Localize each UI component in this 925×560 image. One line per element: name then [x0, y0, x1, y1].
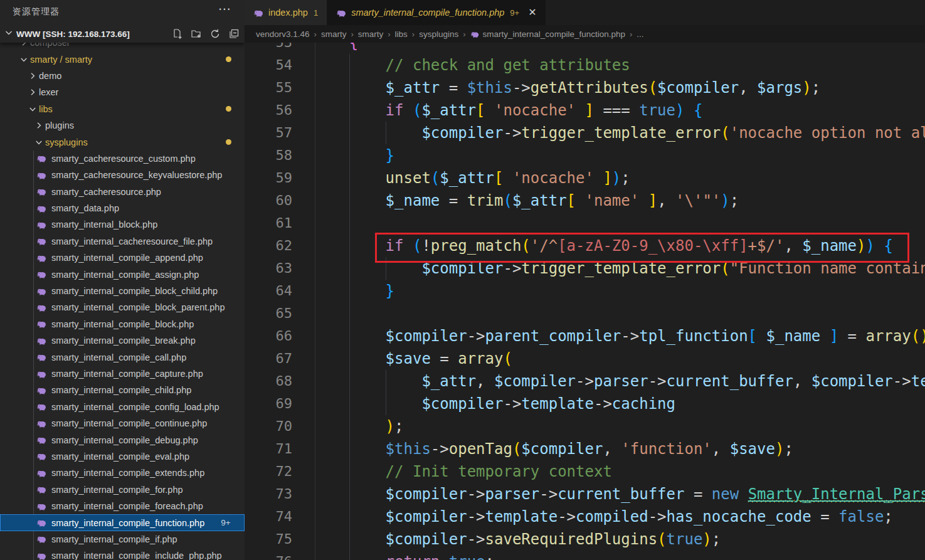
refresh-icon[interactable] [209, 28, 221, 40]
breadcrumb-item[interactable]: smarty [358, 29, 384, 39]
line-number[interactable]: 64 [245, 280, 292, 302]
code-line-59[interactable]: 59 unset($_attr[ 'nocache' ]); [245, 167, 925, 189]
tree-file-smarty-internal-compile-function-php[interactable]: smarty_internal_compile_function.php9+ [0, 514, 245, 531]
tree-file-smarty-cacheresource-custom-php[interactable]: smarty_cacheresource_custom.php [0, 151, 245, 167]
line-number[interactable]: 72 [245, 460, 292, 483]
code-line-69[interactable]: 69 $compiler->template->caching [245, 393, 925, 415]
tree-file-smarty-internal-compile-call-php[interactable]: smarty_internal_compile_call.php [0, 349, 245, 365]
line-number[interactable]: 70 [245, 415, 292, 438]
line-number[interactable]: 74 [245, 505, 292, 528]
code-line-55[interactable]: 55 $_attr = $this->getAttributes($compil… [245, 77, 925, 99]
breadcrumb-item[interactable]: vendorv3.1.46 [256, 29, 310, 39]
code-line-58[interactable]: 58 } [245, 144, 925, 167]
code-line-72[interactable]: 72 // Init temporary context [245, 460, 925, 483]
line-number[interactable]: 56 [245, 99, 292, 122]
line-number[interactable]: 55 [245, 77, 292, 99]
line-number[interactable]: 71 [245, 438, 292, 460]
code-line-64[interactable]: 64 } [245, 280, 925, 302]
code-line-68[interactable]: 68 $_attr, $compiler->parser->current_bu… [245, 370, 925, 393]
tree-file-smarty-cacheresource-php[interactable]: smarty_cacheresource.php [0, 184, 245, 200]
line-number[interactable]: 63 [245, 257, 292, 280]
code-line-73[interactable]: 73 $compiler->parser->current_buffer = n… [245, 483, 925, 505]
php-icon [36, 484, 47, 495]
tree-file-smarty-internal-compile-child-php[interactable]: smarty_internal_compile_child.php [0, 382, 245, 398]
code-line-56[interactable]: 56 if ($_attr[ 'nocache' ] === true) { [245, 99, 925, 122]
tree-file-smarty-internal-compile-block-php[interactable]: smarty_internal_compile_block.php [0, 316, 245, 332]
code-line-71[interactable]: 71 $this->openTag($compiler, 'function',… [245, 438, 925, 460]
tree-file-smarty-internal-compile-for-php[interactable]: smarty_internal_compile_for.php [0, 482, 245, 498]
tree-file-smarty-internal-compile-capture-php[interactable]: smarty_internal_compile_capture.php [0, 366, 245, 382]
tree-folder-lexer[interactable]: lexer [0, 84, 245, 100]
collapse-all-icon[interactable] [228, 28, 240, 40]
breadcrumb-item[interactable]: sysplugins [419, 29, 458, 39]
code-line-65[interactable]: 65 [245, 302, 925, 325]
tree-file-smarty-internal-compile-extends-php[interactable]: smarty_internal_compile_extends.php [0, 465, 245, 481]
tree-file-smarty-internal-compile-eval-php[interactable]: smarty_internal_compile_eval.php [0, 448, 245, 465]
close-icon[interactable]: ✕ [528, 8, 536, 18]
tab-smarty-internal-compile-function[interactable]: smarty_internal_compile_function.php 9+ … [327, 0, 545, 25]
tab-badge: 1 [314, 8, 318, 18]
line-number[interactable]: 66 [245, 325, 292, 347]
tree-folder-sysplugins[interactable]: sysplugins [0, 134, 245, 150]
line-number[interactable]: 54 [245, 54, 292, 77]
tree-folder-smarty-smarty[interactable]: smarty / smarty [0, 51, 245, 67]
breadcrumb-item[interactable]: smarty [321, 29, 347, 39]
tree-file-smarty-internal-compile-continue-php[interactable]: smarty_internal_compile_continue.php [0, 415, 245, 431]
code-line-70[interactable]: 70 ); [245, 415, 925, 438]
tree-file-smarty-internal-compile-debug-php[interactable]: smarty_internal_compile_debug.php [0, 431, 245, 448]
tree-file-smarty-internal-cacheresource-file-php[interactable]: smarty_internal_cacheresource_file.php [0, 233, 245, 250]
code-line-60[interactable]: 60 $_name = trim($_attr[ 'name' ], '\'"'… [245, 189, 925, 212]
tree-file-smarty-internal-compile-append-php[interactable]: smarty_internal_compile_append.php [0, 250, 245, 266]
tree-file-smarty-internal-compile-include-php-php[interactable]: smarty_internal_compile_include_php.php [0, 547, 245, 560]
code-line-53[interactable]: 53 { [245, 43, 925, 54]
tab-index-php[interactable]: index.php 1 [245, 0, 327, 25]
code-line-66[interactable]: 66 $compiler->parent_compiler->tpl_funct… [245, 325, 925, 347]
tree-file-smarty-internal-compile-break-php[interactable]: smarty_internal_compile_break.php [0, 332, 245, 349]
tree-file-smarty-cacheresource-keyvaluestore-php[interactable]: smarty_cacheresource_keyvaluestore.php [0, 167, 245, 183]
code-line-75[interactable]: 75 $compiler->saveRequiredPlugins(true); [245, 528, 925, 551]
line-number[interactable]: 53 [245, 43, 292, 54]
tree-file-smarty-internal-compile-foreach-php[interactable]: smarty_internal_compile_foreach.php [0, 498, 245, 514]
line-number[interactable]: 62 [245, 235, 292, 257]
line-number[interactable]: 69 [245, 393, 292, 415]
new-file-icon[interactable] [172, 28, 183, 40]
code-line-61[interactable]: 61 [245, 212, 925, 235]
workspace-root-header[interactable]: WWW [SSH: 192.168.173.66] [0, 25, 245, 43]
code-line-76[interactable]: 76 return true; [245, 551, 925, 560]
line-number[interactable]: 60 [245, 189, 292, 212]
code-editor[interactable]: 53 {54 // check and get attributes55 $_a… [245, 43, 925, 560]
tree-folder-plugins[interactable]: plugins [0, 117, 245, 134]
line-number[interactable]: 75 [245, 528, 292, 551]
tree-file-smarty-internal-compile-block-child-php[interactable]: smarty_internal_compile_block_child.php [0, 283, 245, 299]
tree-file-smarty-internal-compile-config-load-php[interactable]: smarty_internal_compile_config_load.php [0, 399, 245, 415]
tree-folder-demo[interactable]: demo [0, 68, 245, 84]
editor-group: index.php 1 smarty_internal_compile_func… [245, 0, 925, 560]
line-number[interactable]: 68 [245, 370, 292, 393]
tree-file-smarty-internal-compile-if-php[interactable]: smarty_internal_compile_if.php [0, 531, 245, 547]
breadcrumb: vendorv3.1.46›smarty›smarty›libs›sysplug… [245, 25, 925, 43]
breadcrumb-item[interactable]: smarty_internal_compile_function.php [483, 29, 625, 39]
tree-file-smarty-data-php[interactable]: smarty_data.php [0, 200, 245, 216]
line-number[interactable]: 76 [245, 551, 292, 560]
code-line-54[interactable]: 54 // check and get attributes [245, 54, 925, 77]
line-number[interactable]: 67 [245, 347, 292, 370]
code-line-57[interactable]: 57 $compiler->trigger_template_error('no… [245, 122, 925, 144]
line-number[interactable]: 65 [245, 302, 292, 325]
line-number[interactable]: 58 [245, 144, 292, 167]
breadcrumb-item[interactable]: libs [395, 29, 408, 39]
new-folder-icon[interactable] [191, 28, 202, 40]
php-icon [36, 335, 47, 346]
breadcrumb-separator: › [412, 29, 415, 39]
line-number[interactable]: 73 [245, 483, 292, 505]
tree-file-smarty-internal-compile-assign-php[interactable]: smarty_internal_compile_assign.php [0, 266, 245, 282]
tree-folder-libs[interactable]: libs [0, 101, 245, 117]
line-number[interactable]: 61 [245, 212, 292, 235]
breadcrumb-item[interactable]: ... [637, 29, 643, 39]
more-actions-icon[interactable]: ⋯ [218, 1, 231, 16]
code-line-74[interactable]: 74 $compiler->template->compiled->has_no… [245, 505, 925, 528]
code-line-67[interactable]: 67 $save = array( [245, 347, 925, 370]
line-number[interactable]: 57 [245, 122, 292, 144]
line-number[interactable]: 59 [245, 167, 292, 189]
tree-file-smarty-internal-block-php[interactable]: smarty_internal_block.php [0, 216, 245, 233]
tree-file-smarty-internal-compile-block-parent-php[interactable]: smarty_internal_compile_block_parent.php [0, 299, 245, 315]
